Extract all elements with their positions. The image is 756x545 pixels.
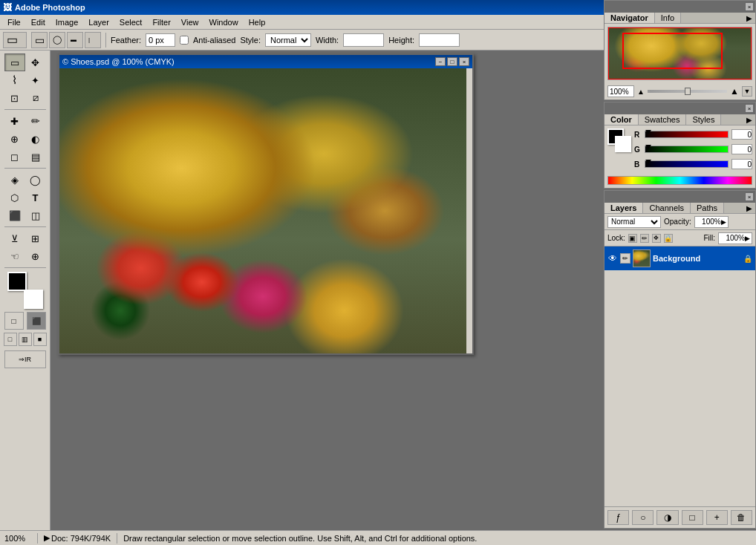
gradient-tool[interactable]: ▤ [25,148,46,166]
channels-tab[interactable]: Channels [643,203,690,213]
feather-input[interactable] [146,33,175,47]
menu-filter[interactable]: Filter [148,16,175,28]
delete-layer-button[interactable]: 🗑 [731,510,752,525]
document-canvas[interactable] [59,68,466,353]
jump-to-imageready-button[interactable]: ⇒IR [4,350,46,368]
menu-layer[interactable]: Layer [84,16,114,28]
eraser-tool[interactable]: ◻ [4,148,25,166]
navigator-panel-arrow[interactable]: ▶ [743,13,755,23]
g-slider[interactable] [645,146,729,153]
zoom-slider-thumb[interactable] [685,88,691,95]
standard-mode-button[interactable]: □ [4,312,24,330]
styles-tab[interactable]: Styles [686,114,721,125]
clone-tool[interactable]: ⊕ [4,130,25,148]
move-tool[interactable]: ✥ [25,53,46,71]
new-layer-button[interactable]: + [706,510,728,525]
r-slider[interactable] [645,131,729,138]
opacity-arrow[interactable]: ▶ [721,218,726,226]
fill-arrow[interactable]: ▶ [745,235,750,242]
blend-mode-select[interactable]: Normal [607,216,661,228]
path-tool[interactable]: ⬡ [4,189,25,206]
lock-all-button[interactable]: 🔒 [664,234,673,243]
rect-marquee-button[interactable]: ▭ [31,32,48,48]
color-spectrum[interactable] [607,176,752,185]
menu-select[interactable]: Select [115,16,147,28]
hand-tool[interactable]: ☜ [4,247,25,265]
opacity-value[interactable]: 100% ▶ [694,216,729,228]
navigator-tab[interactable]: Navigator [605,13,655,23]
crop-tool[interactable]: ⊡ [4,89,25,107]
doc-close-button[interactable]: × [459,57,469,66]
swatches-tab[interactable]: Swatches [639,114,687,125]
color-tab[interactable]: Color [605,114,639,125]
layer-adjustment-button[interactable]: ◑ [656,510,678,525]
color-panel-close[interactable]: × [745,104,754,113]
layers-tab[interactable]: Layers [605,203,643,213]
lock-image-button[interactable]: ✏ [640,234,649,243]
slice-tool[interactable]: ⧄ [25,89,46,107]
notes-tool[interactable]: ◫ [25,206,46,224]
blur-tool[interactable]: ◈ [4,171,25,189]
single-row-button[interactable]: ▬ [67,32,83,48]
r-value-input[interactable] [731,129,752,140]
fullscreen-button[interactable]: ■ [33,333,47,346]
height-input[interactable] [419,33,460,47]
layer-mask-button[interactable]: ○ [632,510,654,525]
shape-tool[interactable]: ⬛ [4,206,25,224]
text-tool[interactable]: T [25,189,46,206]
lock-position-button[interactable]: ✥ [652,234,661,243]
standard-screen-button[interactable]: □ [4,333,17,346]
magic-wand-tool[interactable]: ✦ [25,71,46,89]
menu-image[interactable]: Image [51,16,83,28]
tool-preset-button[interactable]: ▭ [3,32,27,48]
b-slider[interactable] [645,160,729,168]
menu-file[interactable]: File [3,16,25,28]
lasso-tool[interactable]: ⌇ [4,71,25,89]
menu-help[interactable]: Help [244,16,270,28]
lock-transparency-button[interactable]: ▣ [628,234,637,243]
layer-visibility-icon[interactable]: 👁 [607,253,618,264]
navigator-panel-close[interactable]: × [745,2,754,11]
zoom-tool[interactable]: ⊕ [25,247,46,265]
brush-tool[interactable]: ✏ [25,112,46,130]
zoom-slider[interactable] [648,90,727,93]
history-brush-tool[interactable]: ◐ [25,130,46,148]
width-input[interactable] [343,33,384,47]
status-doc-area[interactable]: ▶ Doc: 794K/794K [44,533,111,543]
oval-marquee-button[interactable]: ◯ [49,32,65,48]
paths-tab[interactable]: Paths [691,203,724,213]
background-swatch[interactable] [615,136,631,152]
foreground-color[interactable] [7,272,27,291]
layer-thumb-image [633,250,650,267]
layer-styles-button[interactable]: ƒ [607,510,629,525]
eyedropper-tool[interactable]: ⊻ [4,229,25,247]
dodge-tool[interactable]: ◯ [25,171,46,189]
quick-mask-button[interactable]: ⬛ [27,312,46,330]
nav-zoom-input[interactable] [607,85,634,97]
menu-edit[interactable]: Edit [27,16,50,28]
menu-view[interactable]: View [177,16,203,28]
anti-aliased-checkbox[interactable] [180,36,189,45]
single-col-button[interactable]: | [85,32,101,48]
color-panel-arrow[interactable]: ▶ [743,114,755,125]
nav-scroll-button[interactable]: ▼ [742,86,752,97]
b-slider-thumb [645,160,651,164]
healing-tool[interactable]: ✚ [4,112,25,130]
info-tab[interactable]: Info [655,13,681,23]
background-color[interactable] [24,290,43,309]
fullscreen-menu-button[interactable]: ▥ [19,333,32,346]
marquee-tool[interactable]: ▭ [4,53,25,71]
doc-maximize-button[interactable]: □ [447,57,457,66]
layers-panel-close[interactable]: × [745,192,754,201]
layer-edit-icon[interactable]: ✏ [620,253,630,264]
style-select[interactable]: Normal [265,33,311,47]
b-value-input[interactable] [731,159,752,169]
background-layer-row[interactable]: 👁 ✏ Background 🔒 [605,247,755,270]
layers-panel-arrow[interactable]: ▶ [743,203,755,213]
fill-value[interactable]: 100% ▶ [718,232,752,244]
g-value-input[interactable] [731,144,752,154]
doc-minimize-button[interactable]: − [435,57,446,66]
measure-tool[interactable]: ⊞ [25,229,46,247]
layer-group-button[interactable]: □ [682,510,703,525]
menu-window[interactable]: Window [205,16,243,28]
